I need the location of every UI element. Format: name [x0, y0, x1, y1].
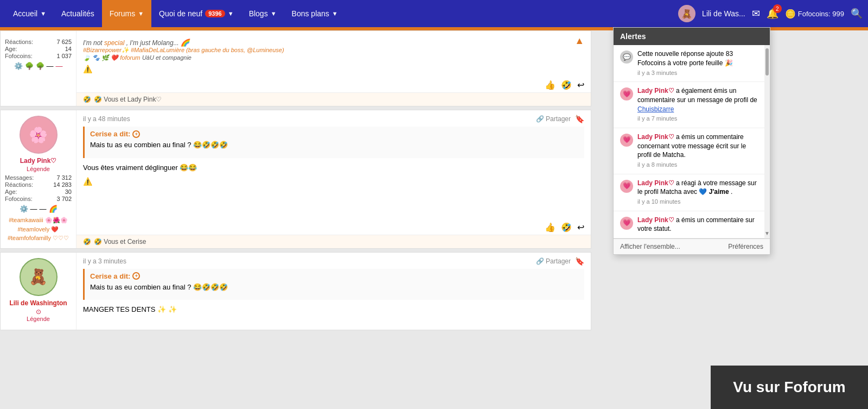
chevron-down-icon: ▼ [228, 10, 234, 17]
nav-actualites[interactable]: Actualités [54, 0, 102, 27]
search-icon-button[interactable]: 🔍 [851, 8, 863, 20]
view-all-link[interactable]: Afficher l'ensemble... [620, 243, 680, 250]
like-icon[interactable]: 👍 [545, 222, 556, 232]
like-icon[interactable]: 👍 [545, 80, 556, 90]
alert-item: 💗 Lady Pink♡ a réagi à votre message sur… [614, 174, 764, 211]
alert-item: 💗 Lady Pink♡ a émis un commentaire conce… [614, 128, 764, 174]
post-sidebar: Réactions: 7 625 Age: 14 Fofocoins: 1 03… [1, 31, 76, 106]
alert-user-icon: 💗 [620, 134, 633, 147]
online-icon: ⊙ [36, 308, 41, 316]
share-label: Partager [546, 257, 571, 265]
alert-item: 💬 Cette nouvelle réponse ajoute 83 Fofoc… [614, 45, 764, 82]
user-role: Légende [27, 316, 50, 322]
avatar: 🌸 [20, 116, 58, 154]
warn-icon[interactable]: ⚠️ [83, 65, 92, 73]
minus-icon: — [56, 62, 63, 70]
post-content: il y a 48 minutes 🔗 Partager 🔖 Cerise a … [76, 110, 591, 222]
warn-icon[interactable]: ⚠️ [83, 177, 92, 186]
messages-label: Messages: [5, 174, 34, 181]
alerts-header: Alertes [614, 28, 770, 45]
fofocoins-value: 3 702 [56, 196, 72, 202]
nav-right-section: 🧸 Lili de Was... ✉ 🔔 2 🪙 Fofocoins: 999 … [678, 5, 863, 22]
alert-text: Lady Pink♡ a réagi à votre message sur l… [637, 179, 758, 206]
user-stats: Réactions: 7 625 Age: 14 Fofocoins: 1 03… [5, 39, 72, 60]
nav-forums-label: Forums [110, 9, 135, 18]
bookmark-button[interactable]: 🔖 [575, 115, 584, 123]
fofocoins-display: 🪙 Fofocoins: 999 [785, 9, 844, 19]
expand-quote-icon[interactable]: + [132, 130, 140, 138]
avatar: 🧸 [20, 258, 58, 296]
post-time: il y a 3 minutes [83, 257, 126, 265]
laugh-icon[interactable]: 🤣 [561, 222, 572, 232]
alerts-body: 💬 Cette nouvelle réponse ajoute 83 Fofoc… [614, 45, 770, 238]
alert-item: 💗 Lady Pink♡ a également émis un comment… [614, 82, 764, 128]
post-sidebar: 🧸 Lili de Washington ⊙ Légende [1, 253, 76, 330]
chevron-down-icon: ▼ [332, 10, 338, 17]
nav-accueil-label: Accueil [13, 9, 37, 18]
alert-user-icon: 💗 [620, 180, 633, 193]
user-avatar[interactable]: 🧸 [678, 5, 695, 22]
bookmark-button[interactable]: 🔖 [575, 257, 584, 266]
nav-quoideneuf[interactable]: Quoi de neuf 9396 ▼ [151, 0, 241, 27]
scroll-arrow-down[interactable]: ▼ [764, 230, 770, 236]
nav-accueil[interactable]: Accueil ▼ [5, 0, 54, 27]
username: Lili de Washington [9, 299, 67, 307]
notifications-icon-button[interactable]: 🔔 2 [767, 8, 778, 20]
fofocoins-label: Fofocoins: [5, 196, 33, 202]
alert-time: il y a 3 minutes [637, 69, 758, 77]
alerts-list: 💬 Cette nouvelle réponse ajoute 83 Fofoc… [614, 45, 764, 238]
nav-blogs[interactable]: Blogs ▼ [241, 0, 284, 27]
post-card: 🧸 Lili de Washington ⊙ Légende il y a 3 … [0, 252, 591, 330]
expand-quote-icon[interactable]: + [132, 272, 140, 280]
notification-badge: 2 [773, 4, 782, 13]
tag2: #teamlovely ❤️ [8, 225, 69, 234]
reaction-text: 🤣 Vous et Cerise [94, 238, 146, 246]
messages-icon-button[interactable]: ✉ [752, 8, 760, 20]
dash1-icon: — [30, 205, 37, 213]
reaction-text: 🤣 Vous et Lady Pink♡ [94, 96, 162, 103]
alert-text: Lady Pink♡ a émis un commentaire concern… [637, 133, 758, 169]
share-icon: 🔗 [536, 115, 544, 123]
alert-user-icon: 💗 [620, 217, 633, 230]
quote-block: Cerise a dit: + Mais tu as eu combien au… [83, 127, 584, 158]
vu-text: Vu sur Foforum [733, 379, 845, 396]
share-label: Partager [546, 115, 571, 123]
share-button[interactable]: 🔗 Partager [536, 257, 571, 265]
preferences-link[interactable]: Préférences [728, 243, 763, 250]
stat-reactions-value: 7 625 [56, 39, 72, 45]
scrollbar[interactable]: ▼ [764, 45, 770, 238]
reactions-label: Réactions: [5, 181, 33, 188]
posts-area: Réactions: 7 625 Age: 14 Fofocoins: 1 03… [0, 30, 591, 409]
reply-icon[interactable]: ↩ [577, 222, 584, 232]
alert-time: il y a 10 minutes [637, 198, 758, 206]
post-time: il y a 48 minutes [83, 115, 130, 123]
post-header: il y a 3 minutes 🔗 Partager 🔖 [83, 257, 584, 266]
scroll-up-icon[interactable]: ▲ [575, 35, 584, 46]
alert-user-icon: 💗 [620, 87, 633, 100]
nav-bonsplans[interactable]: Bons plans ▼ [284, 0, 346, 27]
alert-system-icon: 💬 [620, 51, 633, 64]
reactions-value: 14 283 [53, 181, 72, 188]
messages-value: 7 312 [56, 174, 72, 181]
nav-forums[interactable]: Forums ▼ [102, 0, 151, 27]
age-value: 30 [65, 188, 72, 195]
quote-text: Mais tu as eu combien au final ? 😂🤣🤣🤣 [90, 282, 579, 293]
nav-actualites-label: Actualités [61, 9, 94, 18]
age-label: Age: [5, 188, 17, 195]
gear-icon: ⚙️ [20, 205, 28, 213]
quoideneuf-badge: 9396 [205, 10, 225, 17]
share-button[interactable]: 🔗 Partager [536, 115, 571, 123]
stat-fofocoins-value: 1 037 [56, 53, 72, 59]
fofocoins-label: Fofocoins: 999 [798, 10, 844, 18]
user-role: Légende [27, 166, 50, 172]
dash-icon: — [47, 62, 54, 70]
post-body: MANGER TES DENTS ✨ ✨ [83, 304, 584, 315]
alert-time: il y a 7 minutes [637, 115, 758, 123]
reply-icon[interactable]: ↩ [577, 80, 584, 90]
laugh-icon[interactable]: 🤣 [561, 80, 572, 90]
share-icon: 🔗 [536, 257, 544, 265]
tag3: #teamfofofamilly ♡♡♡ [8, 234, 69, 243]
tree2-icon: 🌳 [36, 62, 44, 70]
sig-line1: I'm not special , I'm just Molang... 🌈 [83, 39, 584, 47]
scroll-thumb[interactable] [765, 48, 769, 75]
